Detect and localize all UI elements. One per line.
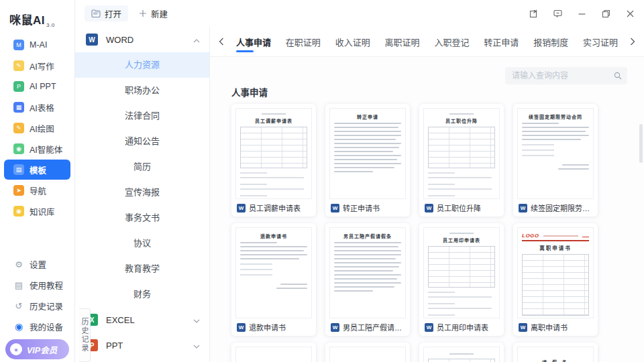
category-item[interactable]: 人力资源 [75, 52, 209, 78]
template-card[interactable] [325, 343, 410, 362]
template-card[interactable] [419, 343, 504, 362]
sidebar-item[interactable]: ◉知识库 [4, 201, 70, 221]
sidebar-item[interactable]: ▤模板 [4, 160, 70, 180]
document-preview [235, 347, 312, 362]
tab-item[interactable]: 报销制度 [531, 27, 571, 56]
sidebar-bottom-item[interactable]: ◉我的设备 [4, 316, 70, 337]
document-preview: 员工用印申请表 [423, 227, 500, 318]
tab-item[interactable]: 入职登记 [431, 27, 472, 56]
open-button-label: 打开 [105, 7, 121, 20]
plus-icon [139, 9, 147, 17]
edit-window-icon[interactable] [529, 9, 538, 18]
sidebar-item-label: 我的设备 [30, 320, 63, 333]
section-header-ppt[interactable]: PPPT [75, 333, 209, 358]
sidebar-bottom-item[interactable]: ⚙设置 [4, 254, 70, 274]
category-item[interactable]: 教育教学 [75, 256, 209, 282]
template-icon: ▤ [13, 164, 24, 175]
open-button[interactable]: 打开 [85, 5, 128, 21]
category-item[interactable]: 法律合同 [75, 103, 209, 129]
template-card[interactable]: 转正申请W转正申请书 [325, 104, 410, 217]
template-card-label: 员工调薪申请表 [249, 202, 301, 213]
template-category-panel: WWORD人力资源职场办公法律合同通知公告简历宣传海报事务文书协议教育教学财务X… [75, 27, 210, 362]
ai-writing-icon: ✎ [13, 60, 24, 71]
minimize-icon[interactable] [577, 9, 586, 18]
settings-icon: ⚙ [13, 259, 24, 269]
template-card[interactable]: 员工调薪申请表W员工调薪申请表 [231, 104, 316, 217]
document-preview: 请 假 条 [517, 347, 594, 362]
sidebar-bottom-nav: ⚙设置▤使用教程↺历史记录◉我的设备 [0, 254, 74, 337]
tab-item[interactable]: 收入证明 [333, 27, 373, 56]
category-item[interactable]: 简历 [75, 154, 209, 180]
avatar-icon: ● [10, 343, 22, 355]
sidebar-item-label: 历史记录 [30, 300, 63, 312]
template-card[interactable]: 退款申请书W退款申请书 [231, 223, 316, 336]
category-item[interactable]: 宣传海报 [75, 180, 209, 205]
sidebar-item-label: 使用教程 [30, 279, 63, 292]
template-card-label-row: W转正申请书 [329, 199, 406, 217]
sidebar-item-label: AI PPT [30, 82, 56, 91]
word-icon: W [86, 34, 98, 46]
tab-active[interactable]: 人事申请 [233, 27, 274, 56]
chevron-right-icon [630, 38, 635, 46]
template-card[interactable]: LOGO离职申请书W离职申请书 [513, 223, 598, 336]
sidebar-item-label: AI写作 [30, 60, 54, 72]
chevron-up-icon [193, 35, 200, 45]
new-button-label: 新建 [151, 7, 168, 20]
sidebar-item[interactable]: ◉AI智能体 [4, 139, 70, 159]
word-icon: W [519, 323, 527, 332]
tabs-scroll-left-button[interactable] [214, 32, 229, 52]
sidebar-item[interactable]: ✎AI绘图 [4, 118, 70, 138]
vip-label: VIP会员 [27, 343, 57, 356]
category-tabbar: 人事申请在职证明收入证明离职证明入职登记转正申请报销制度实习证明 [210, 27, 644, 57]
logo-text: LOGO [522, 233, 539, 239]
scrollbar-thumb[interactable] [639, 124, 643, 163]
category-item[interactable]: 通知公告 [75, 129, 209, 154]
section-label: WORD [106, 35, 133, 45]
search-box[interactable] [505, 67, 627, 84]
sidebar-item[interactable]: ▦AI表格 [4, 97, 70, 117]
section-header-excel[interactable]: XEXCEL [75, 307, 209, 333]
logo-text: 咪鼠AI [9, 14, 45, 27]
sidebar-item[interactable]: MM-AI [4, 35, 70, 55]
close-icon[interactable] [625, 9, 635, 18]
section-header-word[interactable]: WWORD [75, 27, 209, 52]
category-item[interactable]: 事务文书 [75, 205, 209, 231]
template-card[interactable]: 请 假 条 [513, 343, 598, 362]
sidebar-item[interactable]: ➤导航 [4, 180, 70, 200]
feedback-icon[interactable] [553, 9, 562, 18]
history-icon: ↺ [13, 300, 24, 311]
document-preview: 员工调薪申请表 [235, 108, 312, 199]
template-card[interactable]: 员工职位升降W员工职位升降 [419, 104, 504, 217]
template-card-label: 退款申请书 [249, 322, 286, 333]
category-item[interactable]: 财务 [75, 282, 209, 307]
category-item[interactable]: 协议 [75, 231, 209, 256]
chevron-down-icon [193, 341, 200, 351]
tab-item[interactable]: 离职证明 [382, 27, 423, 56]
tab-item[interactable]: 实习证明 [580, 27, 621, 56]
tab-item[interactable]: 在职证明 [283, 27, 323, 56]
window-controls [529, 9, 637, 18]
vip-member-button[interactable]: ● VIP会员 [5, 339, 69, 359]
sidebar-bottom-item[interactable]: ▤使用教程 [4, 275, 70, 295]
sidebar-item[interactable]: PAI PPT [4, 76, 70, 97]
maximize-icon[interactable] [601, 9, 610, 18]
search-input[interactable] [512, 71, 614, 80]
template-card[interactable]: 续签固定期限劳动合同W续签固定期限劳动合同… [513, 104, 598, 217]
template-card-label: 员工用印申请表 [437, 322, 488, 333]
sidebar-item-label: 设置 [30, 258, 46, 271]
template-card[interactable]: 员工用印申请表W员工用印申请表 [419, 223, 504, 336]
sidebar-bottom: ⚙设置▤使用教程↺历史记录◉我的设备 ● VIP会员 [0, 254, 74, 359]
search-icon [614, 72, 622, 80]
tabs-scroll-right-button[interactable] [625, 32, 640, 52]
template-card[interactable]: 男员工陪产假请假条W男员工陪产假请假条 [325, 223, 410, 336]
history-vertical-tab[interactable]: 历史记录 [79, 308, 91, 362]
template-card-label-row: W退款申请书 [235, 318, 312, 336]
new-button[interactable]: 新建 [132, 5, 174, 21]
sidebar-item[interactable]: ✎AI写作 [4, 56, 70, 76]
template-card[interactable] [231, 343, 316, 362]
sidebar-bottom-item[interactable]: ↺历史记录 [4, 296, 70, 316]
tab-item[interactable]: 转正申请 [481, 27, 521, 56]
template-card-label: 员工职位升降 [437, 202, 481, 213]
navigation-icon: ➤ [13, 185, 24, 196]
category-item[interactable]: 职场办公 [75, 78, 209, 103]
